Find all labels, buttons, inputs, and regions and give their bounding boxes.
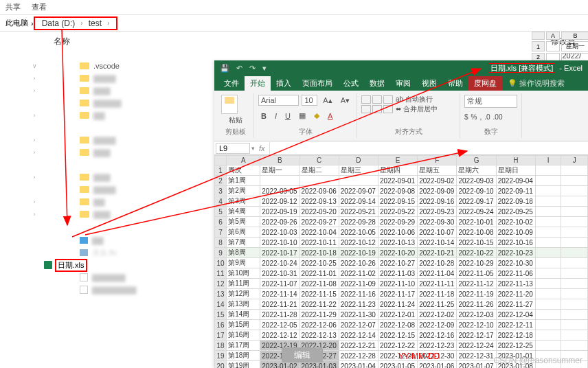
cell[interactable]: 2022-10-15 bbox=[457, 238, 496, 248]
file-blurred[interactable]: ▇▇ bbox=[92, 236, 103, 245]
font-size-select[interactable]: 10 bbox=[302, 95, 317, 106]
comma-icon[interactable]: , bbox=[479, 113, 482, 121]
cell[interactable]: 2022-11-15 bbox=[299, 289, 339, 299]
cell[interactable]: 2022-10-08 bbox=[457, 227, 496, 238]
cell[interactable]: 第4周 bbox=[227, 207, 260, 217]
row-header[interactable]: 7 bbox=[215, 227, 227, 238]
cell[interactable]: 第17周 bbox=[227, 341, 260, 351]
cell[interactable]: 2022-11-07 bbox=[260, 279, 299, 289]
decimal-dec-icon[interactable]: .00 bbox=[493, 113, 503, 121]
folder-blurred[interactable]: ▇▇ bbox=[93, 111, 104, 120]
merge-center-button[interactable]: ⬌ 合并后居中 bbox=[396, 104, 438, 114]
tab-tell[interactable]: 💡 操作说明搜索 bbox=[502, 76, 570, 91]
cell[interactable] bbox=[561, 248, 588, 258]
cell[interactable]: 2023-01-06 bbox=[418, 361, 457, 369]
cell[interactable]: 2022-11-12 bbox=[457, 279, 496, 289]
column-header[interactable]: E bbox=[378, 156, 418, 165]
cell[interactable] bbox=[561, 227, 588, 238]
cell[interactable]: 星期一 bbox=[260, 165, 299, 176]
cell[interactable]: 2022-10-31 bbox=[260, 268, 299, 279]
cell[interactable]: 2022-11-20 bbox=[496, 289, 535, 299]
cell[interactable] bbox=[535, 320, 561, 330]
cell[interactable]: 第3周 bbox=[227, 196, 260, 207]
cell[interactable] bbox=[535, 186, 561, 196]
cell[interactable]: 2022-12-18 bbox=[496, 330, 535, 341]
cell[interactable]: 2022-09-28 bbox=[339, 217, 378, 227]
cell[interactable]: 2022-11-09 bbox=[339, 279, 378, 289]
cell[interactable]: 2022-10-22 bbox=[457, 248, 496, 258]
cell[interactable] bbox=[561, 289, 588, 299]
cell[interactable]: 2022-09-27 bbox=[299, 217, 339, 227]
row-header[interactable]: 19 bbox=[215, 351, 227, 361]
breadcrumb-root[interactable]: 此电脑 bbox=[5, 18, 28, 28]
cell[interactable]: 2022-11-05 bbox=[457, 268, 496, 279]
cell[interactable]: 2022-11-03 bbox=[378, 268, 418, 279]
row-header[interactable]: 5 bbox=[215, 207, 227, 217]
cell[interactable]: 2022-09-16 bbox=[418, 196, 457, 207]
cell[interactable] bbox=[561, 299, 588, 310]
cell[interactable]: 2022-09-20 bbox=[299, 207, 339, 217]
underline-button[interactable]: U bbox=[282, 111, 293, 121]
cell[interactable] bbox=[561, 196, 588, 207]
cell[interactable] bbox=[561, 217, 588, 227]
folder-blurred[interactable]: ▇▇▇ bbox=[93, 210, 110, 219]
cell[interactable]: 2022-09-01 bbox=[378, 176, 418, 186]
tab-acrobat[interactable]: 度网盘 bbox=[468, 76, 502, 91]
cell[interactable]: 2022-10-01 bbox=[457, 217, 496, 227]
folder-vscode[interactable]: .vscode bbox=[93, 62, 120, 70]
redo-icon[interactable]: ↷ bbox=[249, 64, 256, 73]
decrease-font-icon[interactable]: A▾ bbox=[338, 95, 352, 106]
menu-view[interactable]: 查看 bbox=[32, 2, 47, 12]
cell[interactable]: 2022-12-15 bbox=[378, 330, 418, 341]
row-header[interactable]: 4 bbox=[215, 196, 227, 207]
cell[interactable] bbox=[299, 176, 339, 186]
cell[interactable]: 2022-11-16 bbox=[339, 289, 378, 299]
cell[interactable] bbox=[535, 279, 561, 289]
cell[interactable]: 2022-09-30 bbox=[418, 217, 457, 227]
file-blurred[interactable]: ▇▇▇▇▇▇▇▇ bbox=[92, 286, 136, 295]
tab-formula[interactable]: 公式 bbox=[338, 76, 364, 91]
cell[interactable]: 2022-12-31 bbox=[457, 351, 496, 361]
cell[interactable]: 2022-09-04 bbox=[496, 176, 535, 186]
row-header[interactable]: 9 bbox=[215, 248, 227, 258]
cell[interactable]: 2022-12-17 bbox=[457, 330, 496, 341]
cell[interactable]: 2022-10-07 bbox=[418, 227, 457, 238]
dropdown-icon[interactable]: ▾ bbox=[262, 64, 267, 73]
cell[interactable]: 第19周 bbox=[227, 361, 260, 369]
column-header[interactable]: H bbox=[496, 156, 535, 165]
folder-blurred[interactable]: ▇▇▇ bbox=[93, 173, 110, 182]
cell[interactable]: 2022-09-15 bbox=[378, 196, 418, 207]
cell[interactable]: 2022-11-17 bbox=[378, 289, 418, 299]
cell[interactable] bbox=[535, 268, 561, 279]
cell[interactable]: 2022-09-05 bbox=[260, 186, 299, 196]
cell[interactable]: 2022-11-27 bbox=[496, 299, 535, 310]
name-box[interactable]: L9 bbox=[216, 143, 250, 154]
cell[interactable]: 2022-11-26 bbox=[457, 299, 496, 310]
breadcrumb-folder[interactable]: test bbox=[89, 19, 102, 28]
cell[interactable]: 2022-11-25 bbox=[418, 299, 457, 310]
row-header[interactable]: 11 bbox=[215, 268, 227, 279]
cell[interactable] bbox=[561, 186, 588, 196]
cell[interactable]: 2022-11-06 bbox=[496, 268, 535, 279]
cell[interactable]: 第7周 bbox=[227, 238, 260, 248]
cell[interactable]: 2022-10-13 bbox=[378, 238, 418, 248]
cell[interactable]: 星期日 bbox=[496, 165, 535, 176]
cell[interactable]: 2022-10-14 bbox=[418, 238, 457, 248]
tab-file[interactable]: 文件 bbox=[218, 76, 245, 91]
cell[interactable]: 第10周 bbox=[227, 268, 260, 279]
cell[interactable]: 2023-01-05 bbox=[378, 361, 418, 369]
cell[interactable] bbox=[561, 310, 588, 320]
cell[interactable]: 2022-09-11 bbox=[496, 186, 535, 196]
row-header[interactable]: 17 bbox=[215, 330, 227, 341]
cell[interactable] bbox=[535, 310, 561, 320]
cell[interactable]: 2022-09-25 bbox=[496, 207, 535, 217]
menu-share[interactable]: 共享 bbox=[5, 2, 21, 12]
cell[interactable]: 2022-11-04 bbox=[418, 268, 457, 279]
undo-icon[interactable]: ↶ bbox=[236, 64, 242, 73]
cell[interactable]: 第13周 bbox=[227, 299, 260, 310]
row-header[interactable]: 8 bbox=[215, 238, 227, 248]
cell[interactable]: 2022-12-11 bbox=[496, 320, 535, 330]
cell[interactable]: 2022-10-25 bbox=[299, 258, 339, 268]
cell[interactable]: 第15周 bbox=[227, 320, 260, 330]
cell[interactable]: 2022-10-27 bbox=[378, 258, 418, 268]
